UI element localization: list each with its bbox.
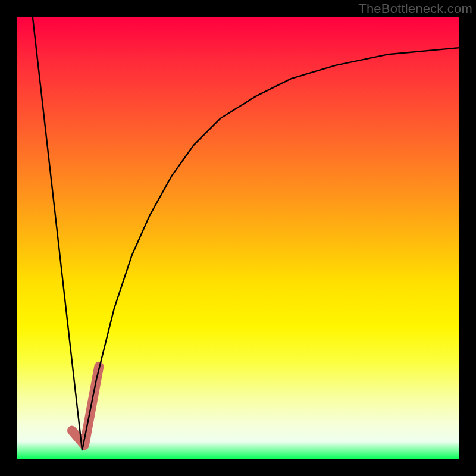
chart-frame: TheBottleneck.com [0,0,476,476]
left-stroke [33,17,82,450]
curve-layer [17,17,459,459]
main-curve [82,48,459,450]
plot-area [17,17,459,459]
watermark-text: TheBottleneck.com [358,1,472,17]
